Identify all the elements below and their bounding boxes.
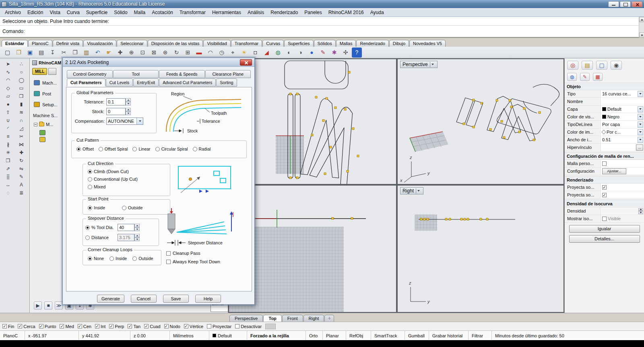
menu-item[interactable]: Herramientas <box>209 9 244 16</box>
chevron-down-icon[interactable] <box>638 137 643 143</box>
viewport-tab-top[interactable]: Top <box>263 315 281 322</box>
osnap-checkbox[interactable]: Cen <box>78 324 91 329</box>
osnap-checkbox[interactable]: Punto <box>39 324 56 329</box>
curve-tool-icon[interactable]: ◠ <box>205 48 215 58</box>
osnap-checkbox[interactable]: Perp <box>109 324 124 329</box>
chevron-down-icon[interactable] <box>638 122 643 128</box>
simulate-play-icon[interactable]: ▶ <box>34 302 42 310</box>
explode-icon[interactable]: ✳ <box>2 149 15 157</box>
shaded-view-icon[interactable]: ◐ <box>284 48 294 58</box>
cut-pattern-radio[interactable]: Linear <box>132 147 150 151</box>
toolbar-tab[interactable]: Mallas <box>336 40 356 47</box>
status-cell[interactable]: z 0.00 <box>130 331 170 340</box>
select-arrow-icon[interactable]: ➤ <box>2 60 15 68</box>
render-preview-icon[interactable]: ◍ <box>273 48 283 58</box>
boolean-difference-icon[interactable]: ∩ <box>15 116 28 124</box>
tolerance-input[interactable]: 0.1 <box>106 98 126 105</box>
spreadsheet-icon[interactable]: ⊞ <box>183 48 193 58</box>
osnap-checkbox[interactable]: Med <box>60 324 74 329</box>
viewport-tab-front[interactable]: Front <box>282 315 303 322</box>
simulate-stop-icon[interactable]: ■ <box>44 302 52 310</box>
status-cell[interactable]: Gumball <box>405 331 429 340</box>
viewport-title-right[interactable]: Right <box>400 187 423 194</box>
linetype-select[interactable]: Por capa <box>600 121 644 128</box>
chevron-down-icon[interactable] <box>136 118 143 124</box>
start-point-radio[interactable]: Inside <box>88 205 105 210</box>
toolbar-tab[interactable]: Visualización <box>83 40 116 47</box>
menu-item[interactable]: Ayuda <box>367 9 387 16</box>
cut-icon[interactable]: ✂ <box>59 48 69 58</box>
ellipsis-button[interactable]: ... <box>636 145 643 151</box>
distance-input[interactable]: 3.175 <box>118 234 134 241</box>
mill-tab[interactable]: MILL <box>32 68 47 75</box>
stock-icon[interactable] <box>39 137 45 142</box>
history-icon[interactable]: ◷ <box>217 48 227 58</box>
copy-icon[interactable]: ❐ <box>70 48 80 58</box>
dialog-tab[interactable]: Entry/Exit <box>133 78 159 87</box>
osnap-checkbox[interactable]: Cuad <box>144 324 160 329</box>
menu-item[interactable]: Curva <box>64 9 83 16</box>
menu-item[interactable]: Archivo <box>2 9 24 16</box>
scroll-up-icon[interactable] <box>639 17 644 22</box>
menu-item[interactable]: Malla <box>131 9 149 16</box>
boolean-union-icon[interactable]: ∪ <box>2 116 15 124</box>
orient-icon[interactable]: ✣ <box>341 48 351 58</box>
lamp-icon[interactable]: ☀ <box>239 48 249 58</box>
help-icon[interactable]: ? <box>352 48 362 58</box>
properties-tab-icon[interactable]: ◎ <box>567 61 578 70</box>
ellipse-icon[interactable]: ◯ <box>15 76 28 84</box>
zoom-extents-icon[interactable]: ⊠ <box>149 48 159 58</box>
chevron-down-icon[interactable] <box>638 91 643 97</box>
menu-item[interactable]: Renderizado <box>267 9 301 16</box>
dialog-tab[interactable]: Clearance Plane <box>205 70 251 78</box>
layers-icon[interactable]: ≣ <box>15 189 28 197</box>
scale-icon[interactable]: ⇗ <box>2 165 15 173</box>
point-icon[interactable]: ∴ <box>15 60 28 68</box>
toolbar-tab[interactable]: Dibujo <box>389 40 409 47</box>
status-cell[interactable]: x -951.97 <box>25 331 79 340</box>
pan-hand-icon[interactable]: ☛ <box>104 48 114 58</box>
cut-direction-radio[interactable]: Conventional (Up Cut) <box>88 177 138 182</box>
menu-item[interactable]: Vista <box>46 9 63 16</box>
display-color-select[interactable]: Negro <box>600 113 644 120</box>
command-scrollbar[interactable] <box>639 17 644 38</box>
print-width-select[interactable]: 0.51 <box>600 136 644 143</box>
status-cell[interactable]: Default <box>209 331 247 340</box>
zoom-dynamic-icon[interactable]: ⊕ <box>126 48 136 58</box>
move-icon[interactable]: ✚ <box>115 48 125 58</box>
dialog-tab[interactable]: Control Geometry <box>67 70 113 78</box>
capa-select[interactable]: Default <box>600 105 644 113</box>
join-icon[interactable]: ⋈ <box>15 140 28 149</box>
toolbar-tab[interactable]: Curvas <box>262 40 284 47</box>
osnap-checkbox[interactable]: Int <box>95 324 105 329</box>
status-cell[interactable]: Planar <box>323 331 346 340</box>
close-button[interactable] <box>632 1 642 7</box>
camera-tab-icon[interactable]: ◉ <box>611 61 622 70</box>
toolbar-tab[interactable]: Novedades V5 <box>409 40 446 47</box>
split-icon[interactable]: ∦ <box>2 140 15 149</box>
dialog-checkbox[interactable]: Cleanup Pass <box>166 251 220 256</box>
tipo-select[interactable]: 16 curvas ce... <box>600 90 644 97</box>
dialog-close-button[interactable] <box>240 59 252 66</box>
undo-icon[interactable]: ↶ <box>93 48 103 58</box>
toolbar-tab[interactable]: Disposición de las vistas <box>148 40 203 47</box>
dialog-tab[interactable]: Cut Levels <box>106 78 133 87</box>
nombre-input[interactable] <box>600 98 644 105</box>
corner-cleanup-radio[interactable]: None <box>88 256 104 261</box>
fillet-icon[interactable]: ◜ <box>2 124 15 132</box>
toolbar-tab[interactable]: Renderizado <box>356 40 388 47</box>
options-gear-icon[interactable]: ✱ <box>329 48 339 58</box>
arc-icon[interactable]: ◠ <box>2 76 15 84</box>
osnap-checkbox[interactable]: Vértice <box>184 324 203 329</box>
distance-stepper[interactable] <box>134 234 140 241</box>
menu-item[interactable]: Superficie <box>83 9 111 16</box>
zoom-window-icon[interactable]: ⊡ <box>138 48 148 58</box>
distance-radio[interactable]: Distance <box>85 235 118 240</box>
rotate-tool-icon[interactable]: ↻ <box>15 157 28 165</box>
export-icon[interactable]: ↧ <box>47 48 58 58</box>
toolbar-tab[interactable]: Definir vista <box>53 40 83 47</box>
tool-dia-stepper[interactable] <box>134 224 140 231</box>
dialog-checkbox[interactable]: Always Keep Tool Down <box>166 259 220 264</box>
hyperlink-input[interactable]: ... <box>600 144 644 151</box>
toolbar-tab[interactable]: Seleccionar <box>117 40 147 47</box>
